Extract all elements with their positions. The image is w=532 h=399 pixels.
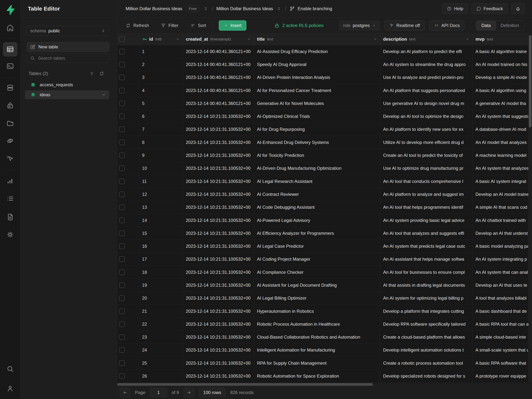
cell-mvp[interactable]: An AI system integrating p xyxy=(473,253,532,266)
cell-id[interactable]: 17 xyxy=(139,253,183,266)
home-icon[interactable] xyxy=(6,24,14,32)
settings-icon[interactable] xyxy=(6,231,14,239)
cell-mvp[interactable]: A simple cloud-based inte xyxy=(473,331,532,344)
refresh-tables-icon[interactable] xyxy=(99,71,104,76)
row-checkbox[interactable] xyxy=(119,309,125,314)
column-header-description[interactable]: description text xyxy=(380,33,473,45)
cell-created-at[interactable]: 2023-12-14 10:21:31.100532+00 xyxy=(183,201,254,214)
cell-mvp[interactable]: A tool that analyzes billabl xyxy=(473,292,532,305)
cell-mvp[interactable]: A database-driven AI mod xyxy=(473,123,532,136)
cell-title[interactable]: AI-Optimized Clinical Trials xyxy=(254,110,380,123)
cell-description[interactable]: An AI platform to identify new uses for … xyxy=(380,123,473,136)
api-docs-icon[interactable] xyxy=(6,213,14,221)
cell-mvp[interactable]: An AI chatbot trained with xyxy=(473,214,532,227)
rows-per-page-select[interactable]: 100 rows xyxy=(199,388,225,397)
cell-created-at[interactable]: 2023-12-14 10:21:31.100532+00 xyxy=(183,344,254,356)
help-button[interactable]: Help xyxy=(442,4,468,14)
breadcrumb-project[interactable]: Million Dollar Business Ideas xyxy=(126,6,182,11)
cell-mvp[interactable]: A basic RPA tool that can a xyxy=(473,318,532,330)
cell-mvp[interactable]: A basic dashboard that de xyxy=(473,305,532,317)
column-header-id[interactable]: id int8 xyxy=(139,33,183,45)
cell-title[interactable]: AI Legal Research Assistant xyxy=(254,175,380,188)
cell-mvp[interactable]: Develop an AI that underst xyxy=(473,227,532,240)
cell-created-at[interactable]: 2023-12-14 10:21:31.100532+00 xyxy=(183,149,254,162)
cell-title[interactable]: AI-Driven Drug Manufacturing Optimizatio… xyxy=(254,162,380,175)
cell-mvp[interactable]: Develop an AI model traine xyxy=(473,188,532,201)
cell-id[interactable]: 6 xyxy=(139,110,183,123)
chevrons-up-down-icon[interactable] xyxy=(276,6,282,11)
notifications-button[interactable] xyxy=(511,4,525,14)
cell-description[interactable]: An AI system that predicts legal case ou… xyxy=(380,240,473,253)
cell-title[interactable]: RPA for Supply Chain Management xyxy=(254,357,380,369)
filter-button[interactable]: Filter xyxy=(161,23,178,28)
cell-id[interactable]: 19 xyxy=(139,279,183,291)
cell-created-at[interactable]: 2023-12-14 10:21:31.100532+00 xyxy=(183,357,254,369)
cell-title[interactable]: AI Contract Reviewer xyxy=(254,188,380,201)
realtime-icon[interactable] xyxy=(6,154,14,163)
cell-id[interactable]: 24 xyxy=(139,344,183,356)
row-checkbox[interactable] xyxy=(119,282,125,288)
row-checkbox[interactable] xyxy=(119,243,125,249)
cell-id[interactable]: 5 xyxy=(139,97,183,110)
row-checkbox[interactable] xyxy=(119,295,125,301)
cell-created-at[interactable]: 2023-12-14 10:21:31.100532+00 xyxy=(183,214,254,227)
row-checkbox[interactable] xyxy=(119,191,125,197)
cell-description[interactable]: Develop RPA software specifically tailor… xyxy=(380,318,473,330)
cell-title[interactable]: AI Legal Case Predictor xyxy=(254,240,380,253)
cell-title[interactable]: AI-Driven Protein Interaction Analysis xyxy=(254,71,380,84)
row-checkbox[interactable] xyxy=(119,140,125,145)
previous-page-button[interactable] xyxy=(120,388,130,397)
cell-created-at[interactable]: 2023-12-14 10:21:31.100532+00 xyxy=(183,305,254,317)
vertical-scrollbar[interactable] xyxy=(528,34,532,383)
cell-description[interactable]: An AI system for optimizing legal billin… xyxy=(380,292,473,305)
cell-id[interactable]: 15 xyxy=(139,227,183,240)
cell-mvp[interactable]: A generative AI model tha xyxy=(473,97,532,110)
cell-description[interactable]: An AI tool for businesses to ensure comp… xyxy=(380,266,473,279)
sidebar-item-access-requests[interactable]: access_requests xyxy=(25,80,109,89)
cell-mvp[interactable]: Develop a simple AI mode xyxy=(473,71,532,84)
cell-id[interactable]: 13 xyxy=(139,201,183,214)
account-icon[interactable] xyxy=(6,384,14,393)
search-tables-input[interactable] xyxy=(38,56,99,61)
cell-created-at[interactable]: 2023-12-14 10:21:31.100532+00 xyxy=(183,240,254,253)
cell-created-at[interactable]: 2023-12-14 10:21:31.100532+00 xyxy=(183,123,254,136)
row-checkbox[interactable] xyxy=(119,347,125,353)
cell-description[interactable]: An AI system providing basic legal advic… xyxy=(380,214,473,227)
cell-created-at[interactable]: 2023-12-14 10:21:31.100532+00 xyxy=(183,162,254,175)
feedback-button[interactable]: Feedback xyxy=(472,4,508,14)
cell-created-at[interactable]: 2023-12-14 10:21:31.100532+00 xyxy=(183,175,254,188)
cell-description[interactable]: An AI tool that conducts comprehensive l xyxy=(380,175,473,188)
cell-id[interactable]: 8 xyxy=(139,136,183,149)
edge-functions-icon[interactable] xyxy=(6,137,14,145)
cell-id[interactable]: 20 xyxy=(139,292,183,305)
database-icon[interactable] xyxy=(6,84,14,92)
cell-mvp[interactable]: An AI model that analyzes xyxy=(473,136,532,149)
search-icon[interactable] xyxy=(6,365,14,373)
rls-policies-button[interactable]: 2 active RLS policies xyxy=(274,23,323,28)
cell-title[interactable]: Generative AI for Novel Molecules xyxy=(254,97,380,110)
row-checkbox[interactable] xyxy=(119,204,125,210)
new-table-button[interactable]: New table xyxy=(27,42,109,52)
supabase-logo-icon[interactable] xyxy=(5,5,15,15)
cell-title[interactable]: AI Coding Project Manager xyxy=(254,253,380,266)
cell-id[interactable]: 14 xyxy=(139,214,183,227)
cell-created-at[interactable]: 2023-12-14 00:40:41.360121+00 xyxy=(183,45,254,58)
cell-description[interactable]: Use AI to analyze and predict protein-pr… xyxy=(380,71,473,84)
cell-id[interactable]: 18 xyxy=(139,266,183,279)
cell-created-at[interactable]: 2023-12-14 10:21:31.100532+00 xyxy=(183,318,254,330)
cell-created-at[interactable]: 2023-12-14 10:21:31.100532+00 xyxy=(183,227,254,240)
cell-id[interactable]: 1 xyxy=(139,45,183,58)
cell-created-at[interactable]: 2023-12-14 10:21:31.100532+00 xyxy=(183,292,254,305)
tab-definition[interactable]: Definition xyxy=(496,21,524,30)
cell-title[interactable]: Robotic Automation for Space Exploration xyxy=(254,370,380,382)
cell-mvp[interactable]: A small-scale system that u xyxy=(473,344,532,356)
table-editor-icon[interactable] xyxy=(3,42,17,57)
vertical-scrollbar-thumb[interactable] xyxy=(529,35,532,127)
cell-description[interactable]: An AI platform to analyze and suggest im xyxy=(380,188,473,201)
row-checkbox[interactable] xyxy=(119,360,125,366)
logs-icon[interactable] xyxy=(6,195,14,203)
chevron-down-icon[interactable] xyxy=(465,37,470,41)
row-checkbox[interactable] xyxy=(119,75,125,80)
cell-title[interactable]: AI-Assisted Drug Efficacy Prediction xyxy=(254,45,380,58)
api-docs-button[interactable]: API Docs xyxy=(429,20,464,31)
